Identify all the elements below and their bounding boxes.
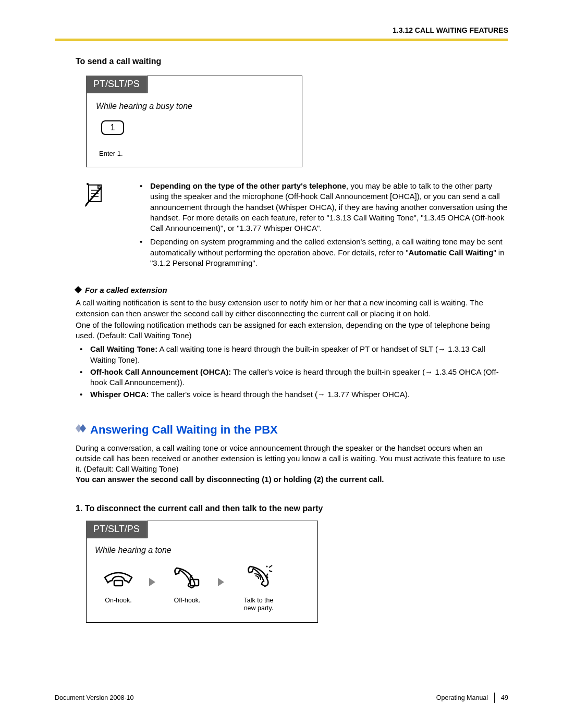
- send-call-waiting-heading: To send a call waiting: [76, 57, 508, 66]
- device-tab-label: PT/SLT/PS: [86, 76, 148, 93]
- called-p1: A call waiting notification is sent to t…: [76, 298, 508, 319]
- answering-heading: Answering Call Waiting in the PBX: [76, 422, 508, 437]
- footer-doc-version: Document Version 2008-10: [55, 694, 133, 701]
- page-header-section: 1.3.12 CALL WAITING FEATURES: [55, 26, 508, 34]
- svg-line-12: [269, 571, 272, 572]
- note-icon: [83, 181, 107, 272]
- svg-marker-9: [218, 578, 224, 586]
- arrow-icon: [218, 578, 225, 599]
- disconnect-procedure-box: PT/SLT/PS While hearing a tone On-hook.: [86, 521, 318, 623]
- talk-icon: [232, 564, 285, 590]
- on-hook-label: On-hook.: [95, 597, 142, 605]
- footer-page-number: 49: [501, 694, 508, 701]
- method-cwt: Call Waiting Tone: A call waiting tone i…: [76, 344, 508, 365]
- note-item-1: Depending on the type of the other party…: [136, 181, 508, 233]
- called-extension-heading: For a called extension: [76, 285, 508, 295]
- svg-point-10: [266, 565, 268, 567]
- off-hook-label: Off-hook.: [164, 597, 211, 605]
- device-tab-label-2: PT/SLT/PS: [86, 521, 148, 538]
- footer-manual-label: Operating Manual: [436, 694, 488, 701]
- disconnect-heading: 1. To disconnect the current call and th…: [76, 504, 508, 513]
- header-rule: [55, 39, 508, 41]
- condition-text: While hearing a busy tone: [96, 102, 292, 111]
- note-item-2: Depending on system programming and the …: [136, 237, 508, 268]
- on-hook-icon: [95, 564, 142, 590]
- svg-marker-5: [80, 424, 86, 433]
- enter-instruction: Enter 1.: [99, 150, 292, 157]
- answer-p1: During a conversation, a call waiting to…: [76, 443, 508, 475]
- answer-p2: You can answer the second call by discon…: [76, 474, 508, 485]
- method-ohca: Off-hook Call Announcement (OHCA): The c…: [76, 367, 508, 388]
- talk-label: Talk to thenew party.: [232, 597, 285, 613]
- method-whisper: Whisper OHCA: The caller's voice is hear…: [76, 389, 508, 400]
- svg-point-3: [87, 183, 89, 185]
- called-p2: One of the following notification method…: [76, 320, 508, 341]
- footer-separator: [494, 693, 495, 703]
- send-procedure-box: PT/SLT/PS While hearing a busy tone 1 En…: [86, 76, 302, 167]
- svg-rect-6: [114, 581, 123, 586]
- svg-line-11: [269, 565, 272, 567]
- svg-marker-7: [149, 578, 155, 586]
- key-1-button: 1: [101, 120, 124, 135]
- arrow-icon: [149, 578, 156, 599]
- notes-list: Depending on the type of the other party…: [136, 181, 508, 272]
- off-hook-icon: [164, 564, 211, 590]
- condition-text-2: While hearing a tone: [95, 546, 309, 555]
